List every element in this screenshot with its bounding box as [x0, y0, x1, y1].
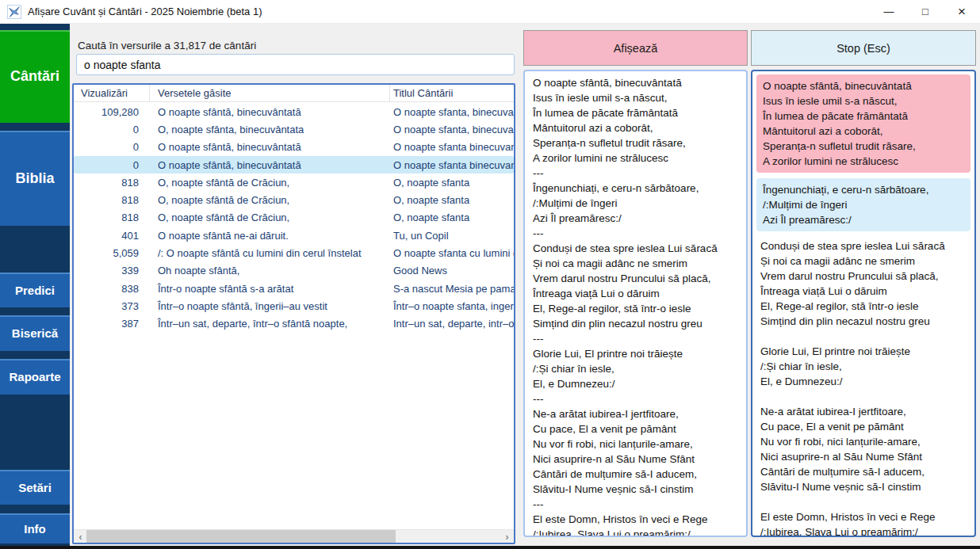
table-row[interactable]: 109,280O noapte sfântă, binecuvântatăO n…: [74, 103, 514, 120]
live-stanza-plain: Conduși de stea spre ieslea Lui săracă Ș…: [752, 238, 974, 329]
cell-views: 373: [74, 300, 150, 312]
cell-title: O noapte sfanta, binecuvant: [390, 106, 514, 118]
scroll-right-icon[interactable]: ›: [500, 530, 514, 543]
scrollbar-thumb[interactable]: [86, 530, 396, 543]
cell-verse: Oh noapte sfântă,: [150, 265, 390, 276]
preview-lyrics-panel[interactable]: O noapte sfântă, binecuvântată Isus în i…: [523, 70, 748, 537]
title-bar: Afișare Cuvânt și Cântări - 2025 Noiembr…: [0, 0, 980, 24]
column-header-verse[interactable]: Versetele găsite: [150, 85, 390, 101]
stop-button[interactable]: Stop (Esc): [751, 30, 976, 66]
cell-title: Într–o noapte sfanta, ingerii: [390, 300, 514, 312]
cell-verse: O noapte sfântă, binecuvântată: [150, 106, 390, 118]
sidebar-item-rapoarte[interactable]: Rapoarte: [0, 359, 70, 395]
cell-verse: O, noapte sfântă de Crăciun,: [150, 177, 390, 189]
minimize-button-icon[interactable]: —: [871, 0, 907, 23]
window-bottom-edge: [0, 546, 980, 549]
sidebar-spacer: [0, 123, 70, 131]
table-row[interactable]: 0O noapte sfântă, binecuvântatăO noapte …: [74, 139, 514, 156]
cell-views: 387: [74, 318, 150, 330]
cell-title: Intr–un sat, departe, intr–o s: [390, 318, 514, 330]
cell-views: 838: [74, 283, 150, 295]
cell-verse: O noapte sfântă, binecuvântată: [150, 141, 390, 153]
cell-title: S-a nascut Mesia pe paman: [390, 283, 514, 295]
window-title: Afișare Cuvânt și Cântări - 2025 Noiembr…: [28, 6, 262, 17]
sidebar-item-info[interactable]: Info: [0, 513, 70, 543]
cell-views: 0: [74, 141, 150, 153]
cell-views: 401: [74, 230, 150, 242]
sidebar-item-predici[interactable]: Predici: [0, 273, 70, 307]
cell-title: O noapte sfanta binecuvant: [390, 159, 514, 171]
table-row[interactable]: 818O, noapte sfântă de Crăciun,O, noapte…: [74, 173, 514, 191]
cell-verse: Într-o noapte sfântă s-a arătat: [150, 283, 390, 295]
search-input[interactable]: [76, 54, 515, 75]
cell-views: 5,059: [74, 247, 150, 259]
live-stanza-pink: O noapte sfântă, binecuvântată Isus în i…: [756, 74, 970, 173]
sidebar-spacer: [0, 307, 70, 315]
sidebar-item-label: Biblia: [15, 170, 54, 187]
scroll-left-icon[interactable]: ‹: [74, 530, 87, 543]
sidebar-item-label: Rapoarte: [9, 370, 60, 383]
sidebar-spacer: [0, 505, 70, 513]
sidebar-item-label: Setări: [18, 481, 52, 494]
cell-verse: O, noapte sfântă de Crăciun,: [150, 212, 390, 223]
results-header-row: Vizualizări Versetele găsite Titlul Cânt…: [74, 85, 514, 102]
sidebar-item-label: Info: [24, 522, 46, 536]
cell-views: 818: [74, 177, 150, 189]
sidebar-spacer: [0, 226, 70, 273]
sidebar-nav: Cântări Biblia Predici Biserică Rapoarte…: [0, 24, 70, 549]
live-panel-content: O noapte sfântă, binecuvântată Isus în i…: [752, 74, 974, 537]
live-lyrics-panel[interactable]: O noapte sfântă, binecuvântată Isus în i…: [751, 70, 976, 537]
dove-icon: [7, 5, 21, 19]
sidebar-item-cantari[interactable]: Cântări: [0, 30, 70, 123]
table-row[interactable]: 373Într–o noapte sfântă, îngerii–au vest…: [74, 297, 514, 315]
table-row[interactable]: 818O, noapte sfântă de Crăciun,O, noapte…: [74, 191, 514, 208]
column-header-views[interactable]: Vizualizări: [74, 85, 150, 101]
search-count-label: Caută în versurile a 31,817 de cântări: [78, 40, 256, 51]
sidebar-item-label: Predici: [15, 284, 55, 297]
cell-views: 109,280: [74, 106, 150, 118]
column-header-title[interactable]: Titlul Cântării: [390, 85, 514, 101]
table-row[interactable]: 0O, noapte sfânta, binecuvântataO noapte…: [74, 120, 514, 138]
cell-title: O, noapte sfanta: [390, 212, 514, 223]
sidebar-item-biblia[interactable]: Biblia: [0, 131, 70, 226]
cell-title: O noapte sfanta cu lumini d: [390, 247, 514, 259]
table-row[interactable]: 0O noapte sfântă, binecuvântatăO noapte …: [74, 156, 514, 173]
table-row[interactable]: 387Într–un sat, departe, într–o sfântă n…: [74, 315, 514, 333]
cell-views: 339: [74, 265, 150, 276]
maximize-button-icon[interactable]: □: [907, 0, 944, 23]
app-window: Afișare Cuvânt și Cântări - 2025 Noiembr…: [0, 0, 980, 549]
cell-verse: O, noapte sfântă de Crăciun,: [150, 194, 390, 206]
cell-title: O, noapte sfanta: [390, 177, 514, 189]
window-controls: — □ ×: [871, 0, 980, 23]
cell-views: 818: [74, 212, 150, 223]
table-row[interactable]: 818O, noapte sfântă de Crăciun,O, noapte…: [74, 209, 514, 227]
sidebar-spacer: [0, 395, 70, 470]
cell-verse: Într–o noapte sfântă, îngerii–au vestit: [150, 300, 390, 312]
sidebar-item-setari[interactable]: Setări: [0, 470, 70, 505]
live-stanza-blue: Îngenunchiați, e ceru-n sărbătoare, /:Mu…: [756, 178, 970, 231]
cell-title: Good News: [390, 265, 514, 276]
cell-verse: O, noapte sfânta, binecuvântata: [150, 124, 390, 135]
table-row[interactable]: 5,059/: O noapte sfântă cu lumini din ce…: [74, 244, 514, 261]
display-button[interactable]: Afișează: [523, 30, 748, 66]
sidebar-item-label: Biserică: [12, 326, 58, 340]
results-rows: 109,280O noapte sfântă, binecuvântatăO n…: [74, 103, 514, 528]
main-area: Caută în versurile a 31,817 de cântări V…: [70, 24, 980, 549]
sidebar-spacer: [0, 24, 70, 30]
results-table: Vizualizări Versetele găsite Titlul Cânt…: [72, 83, 515, 544]
table-row[interactable]: 339Oh noapte sfântă,Good News: [74, 262, 514, 280]
cell-verse: O noapte sfântă, binecuvântată: [150, 159, 390, 171]
cell-title: Tu, un Copil: [390, 230, 514, 242]
cell-verse: /: O noapte sfântă cu lumini din cerul î…: [150, 247, 390, 259]
table-row[interactable]: 838Într-o noapte sfântă s-a arătatS-a na…: [74, 280, 514, 297]
live-stanza-plain: El este Domn, Hristos în veci e Rege /:I…: [752, 509, 974, 537]
sidebar-item-label: Cântări: [10, 68, 59, 85]
sidebar-item-biserica[interactable]: Biserică: [0, 315, 70, 351]
horizontal-scrollbar[interactable]: ‹ ›: [74, 529, 514, 543]
table-row[interactable]: 401O noapte sfântă ne-ai dăruit.Tu, un C…: [74, 227, 514, 244]
preview-lyrics-text: O noapte sfântă, binecuvântată Isus în i…: [525, 71, 746, 537]
sidebar-spacer: [0, 351, 70, 359]
cell-views: 0: [74, 124, 150, 135]
close-button-icon[interactable]: ×: [944, 0, 980, 23]
cell-title: O, noapte sfanta: [390, 194, 514, 206]
